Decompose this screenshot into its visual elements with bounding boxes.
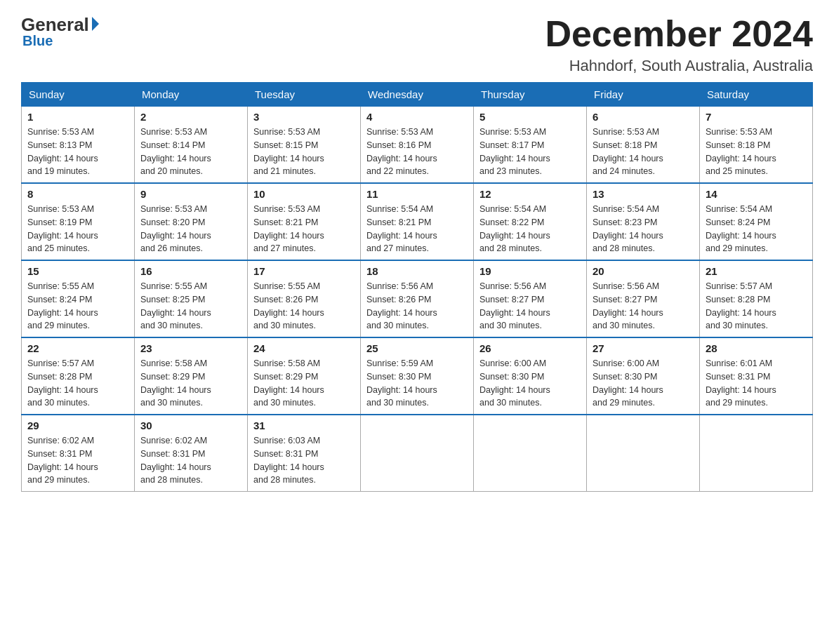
day-info: Sunrise: 6:00 AM Sunset: 8:30 PM Dayligh…: [593, 357, 694, 410]
day-number: 16: [140, 265, 241, 277]
day-info: Sunrise: 6:02 AM Sunset: 8:31 PM Dayligh…: [27, 434, 128, 487]
day-number: 12: [479, 188, 581, 200]
day-number: 9: [140, 188, 241, 200]
day-number: 11: [366, 188, 468, 200]
calendar-cell: 2 Sunrise: 5:53 AM Sunset: 8:14 PM Dayli…: [135, 107, 248, 184]
day-info: Sunrise: 5:59 AM Sunset: 8:30 PM Dayligh…: [366, 357, 468, 410]
calendar-cell: [361, 415, 474, 492]
calendar-cell: 4 Sunrise: 5:53 AM Sunset: 8:16 PM Dayli…: [361, 107, 474, 184]
calendar-cell: 20 Sunrise: 5:56 AM Sunset: 8:27 PM Dayl…: [587, 260, 700, 337]
calendar-cell: 3 Sunrise: 5:53 AM Sunset: 8:15 PM Dayli…: [248, 107, 361, 184]
day-info: Sunrise: 5:53 AM Sunset: 8:18 PM Dayligh…: [593, 126, 694, 178]
day-number: 23: [140, 342, 241, 354]
day-info: Sunrise: 5:53 AM Sunset: 8:14 PM Dayligh…: [140, 126, 241, 178]
calendar-cell: 19 Sunrise: 5:56 AM Sunset: 8:27 PM Dayl…: [474, 260, 587, 337]
day-info: Sunrise: 5:55 AM Sunset: 8:26 PM Dayligh…: [253, 280, 355, 333]
calendar-week-row: 8 Sunrise: 5:53 AM Sunset: 8:19 PM Dayli…: [22, 183, 813, 260]
logo-blue-text: Blue: [22, 33, 53, 49]
calendar-cell: 30 Sunrise: 6:02 AM Sunset: 8:31 PM Dayl…: [135, 415, 248, 492]
day-info: Sunrise: 5:58 AM Sunset: 8:29 PM Dayligh…: [253, 357, 355, 410]
day-info: Sunrise: 5:56 AM Sunset: 8:27 PM Dayligh…: [593, 280, 694, 333]
day-number: 2: [140, 111, 241, 123]
calendar-cell: 16 Sunrise: 5:55 AM Sunset: 8:25 PM Dayl…: [135, 260, 248, 337]
day-number: 28: [706, 342, 807, 354]
location-title: Hahndorf, South Australia, Australia: [545, 57, 813, 75]
day-number: 5: [479, 111, 581, 123]
header-tuesday: Tuesday: [248, 83, 361, 107]
header-wednesday: Wednesday: [361, 83, 474, 107]
calendar-cell: 11 Sunrise: 5:54 AM Sunset: 8:21 PM Dayl…: [361, 183, 474, 260]
day-info: Sunrise: 5:54 AM Sunset: 8:23 PM Dayligh…: [593, 203, 694, 255]
day-info: Sunrise: 5:53 AM Sunset: 8:18 PM Dayligh…: [706, 126, 807, 178]
day-info: Sunrise: 5:57 AM Sunset: 8:28 PM Dayligh…: [706, 280, 807, 333]
day-number: 14: [706, 188, 807, 200]
day-info: Sunrise: 5:53 AM Sunset: 8:21 PM Dayligh…: [253, 203, 355, 255]
day-number: 24: [253, 342, 355, 354]
day-info: Sunrise: 5:56 AM Sunset: 8:27 PM Dayligh…: [479, 280, 581, 333]
day-number: 19: [479, 265, 581, 277]
calendar-cell: 10 Sunrise: 5:53 AM Sunset: 8:21 PM Dayl…: [248, 183, 361, 260]
calendar-week-row: 15 Sunrise: 5:55 AM Sunset: 8:24 PM Dayl…: [22, 260, 813, 337]
day-number: 15: [27, 265, 128, 277]
day-info: Sunrise: 5:54 AM Sunset: 8:21 PM Dayligh…: [366, 203, 468, 255]
logo-triangle-icon: [92, 17, 99, 31]
calendar-cell: [700, 415, 813, 492]
calendar-table: Sunday Monday Tuesday Wednesday Thursday…: [21, 82, 813, 492]
calendar-cell: 31 Sunrise: 6:03 AM Sunset: 8:31 PM Dayl…: [248, 415, 361, 492]
day-number: 26: [479, 342, 581, 354]
day-number: 8: [27, 188, 128, 200]
calendar-week-row: 29 Sunrise: 6:02 AM Sunset: 8:31 PM Dayl…: [22, 415, 813, 492]
calendar-cell: 8 Sunrise: 5:53 AM Sunset: 8:19 PM Dayli…: [22, 183, 135, 260]
header-thursday: Thursday: [474, 83, 587, 107]
day-number: 1: [27, 111, 128, 123]
day-info: Sunrise: 6:02 AM Sunset: 8:31 PM Dayligh…: [140, 434, 241, 487]
calendar-cell: 25 Sunrise: 5:59 AM Sunset: 8:30 PM Dayl…: [361, 337, 474, 415]
calendar-cell: 5 Sunrise: 5:53 AM Sunset: 8:17 PM Dayli…: [474, 107, 587, 184]
header-saturday: Saturday: [700, 83, 813, 107]
month-title: December 2024: [545, 14, 813, 54]
calendar-cell: 12 Sunrise: 5:54 AM Sunset: 8:22 PM Dayl…: [474, 183, 587, 260]
header-sunday: Sunday: [22, 83, 135, 107]
day-info: Sunrise: 5:58 AM Sunset: 8:29 PM Dayligh…: [140, 357, 241, 410]
day-number: 13: [593, 188, 694, 200]
day-number: 20: [593, 265, 694, 277]
calendar-cell: 18 Sunrise: 5:56 AM Sunset: 8:26 PM Dayl…: [361, 260, 474, 337]
day-info: Sunrise: 5:54 AM Sunset: 8:24 PM Dayligh…: [706, 203, 807, 255]
weekday-header-row: Sunday Monday Tuesday Wednesday Thursday…: [22, 83, 813, 107]
page-header: General Blue December 2024 Hahndorf, Sou…: [21, 14, 813, 75]
logo: General Blue: [21, 14, 99, 49]
day-number: 27: [593, 342, 694, 354]
day-info: Sunrise: 5:53 AM Sunset: 8:20 PM Dayligh…: [140, 203, 241, 255]
calendar-cell: [474, 415, 587, 492]
calendar-cell: 6 Sunrise: 5:53 AM Sunset: 8:18 PM Dayli…: [587, 107, 700, 184]
day-number: 17: [253, 265, 355, 277]
calendar-cell: 22 Sunrise: 5:57 AM Sunset: 8:28 PM Dayl…: [22, 337, 135, 415]
day-number: 21: [706, 265, 807, 277]
day-info: Sunrise: 5:54 AM Sunset: 8:22 PM Dayligh…: [479, 203, 581, 255]
calendar-cell: 13 Sunrise: 5:54 AM Sunset: 8:23 PM Dayl…: [587, 183, 700, 260]
day-info: Sunrise: 5:53 AM Sunset: 8:15 PM Dayligh…: [253, 126, 355, 178]
day-number: 18: [366, 265, 468, 277]
calendar-cell: 23 Sunrise: 5:58 AM Sunset: 8:29 PM Dayl…: [135, 337, 248, 415]
calendar-cell: 14 Sunrise: 5:54 AM Sunset: 8:24 PM Dayl…: [700, 183, 813, 260]
calendar-cell: 1 Sunrise: 5:53 AM Sunset: 8:13 PM Dayli…: [22, 107, 135, 184]
day-number: 7: [706, 111, 807, 123]
day-info: Sunrise: 6:00 AM Sunset: 8:30 PM Dayligh…: [479, 357, 581, 410]
day-info: Sunrise: 5:56 AM Sunset: 8:26 PM Dayligh…: [366, 280, 468, 333]
day-number: 22: [27, 342, 128, 354]
calendar-cell: 28 Sunrise: 6:01 AM Sunset: 8:31 PM Dayl…: [700, 337, 813, 415]
calendar-cell: 27 Sunrise: 6:00 AM Sunset: 8:30 PM Dayl…: [587, 337, 700, 415]
day-number: 30: [140, 420, 241, 431]
calendar-week-row: 22 Sunrise: 5:57 AM Sunset: 8:28 PM Dayl…: [22, 337, 813, 415]
calendar-cell: 17 Sunrise: 5:55 AM Sunset: 8:26 PM Dayl…: [248, 260, 361, 337]
title-section: December 2024 Hahndorf, South Australia,…: [545, 14, 813, 75]
day-number: 6: [593, 111, 694, 123]
calendar-cell: 15 Sunrise: 5:55 AM Sunset: 8:24 PM Dayl…: [22, 260, 135, 337]
calendar-cell: [587, 415, 700, 492]
day-number: 31: [253, 420, 355, 431]
day-info: Sunrise: 6:03 AM Sunset: 8:31 PM Dayligh…: [253, 434, 355, 487]
day-info: Sunrise: 5:53 AM Sunset: 8:17 PM Dayligh…: [479, 126, 581, 178]
day-info: Sunrise: 5:57 AM Sunset: 8:28 PM Dayligh…: [27, 357, 128, 410]
day-info: Sunrise: 6:01 AM Sunset: 8:31 PM Dayligh…: [706, 357, 807, 410]
calendar-cell: 29 Sunrise: 6:02 AM Sunset: 8:31 PM Dayl…: [22, 415, 135, 492]
